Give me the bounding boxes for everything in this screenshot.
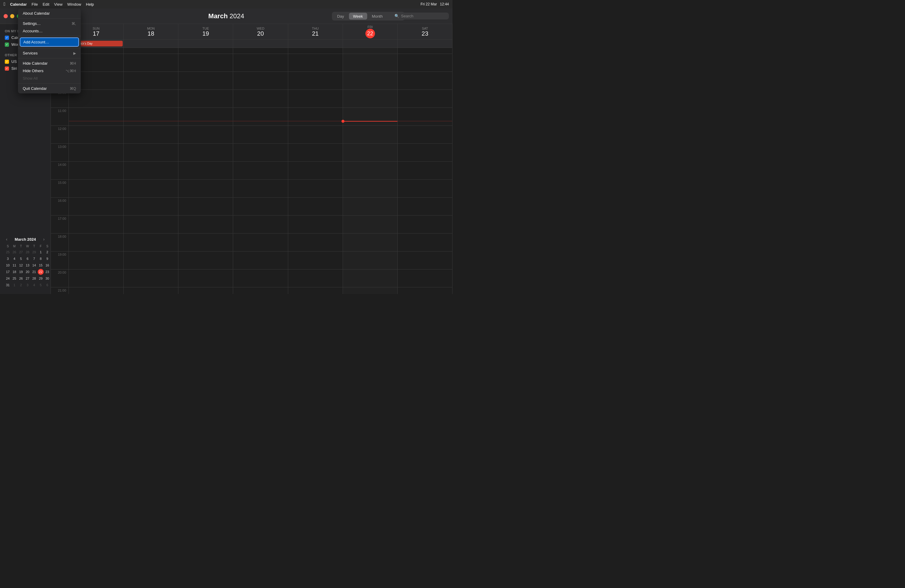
time-cell[interactable] [69, 269, 124, 288]
tab-week[interactable]: Week [349, 13, 367, 19]
time-cell[interactable] [69, 198, 124, 216]
time-cell[interactable] [69, 126, 124, 144]
time-cell[interactable] [178, 126, 233, 144]
menu-item-hide-others[interactable]: Hide Others⌥⌘H [18, 67, 81, 75]
time-cell[interactable] [398, 54, 452, 72]
tab-month[interactable]: Month [368, 13, 387, 19]
mini-cal-day[interactable]: 4 [11, 256, 17, 262]
time-cell[interactable] [178, 251, 233, 269]
time-cell[interactable] [343, 144, 398, 162]
mini-cal-day[interactable]: 29 [38, 275, 44, 281]
time-cell[interactable] [233, 251, 288, 269]
menu-item-settings-[interactable]: Settings…⌘, [18, 20, 81, 27]
time-cell[interactable] [124, 251, 178, 269]
mini-cal-day[interactable]: 3 [25, 282, 30, 288]
mini-cal-day[interactable]: 16 [44, 262, 50, 268]
time-cell[interactable] [398, 90, 452, 108]
time-cell[interactable] [69, 216, 124, 234]
mini-cal-day[interactable]: 25 [11, 275, 17, 281]
time-cell[interactable] [343, 180, 398, 198]
work-checkbox[interactable]: ✓ [5, 43, 9, 47]
time-cell[interactable] [398, 234, 452, 251]
minimize-button[interactable] [10, 14, 14, 18]
mini-cal-day[interactable]: 6 [44, 282, 50, 288]
time-cell[interactable] [398, 162, 452, 180]
time-cell[interactable] [124, 198, 178, 216]
mini-cal-day[interactable]: 15 [38, 262, 44, 268]
time-cell[interactable] [178, 180, 233, 198]
time-cell[interactable] [288, 234, 343, 251]
time-cell[interactable] [398, 251, 452, 269]
time-cell[interactable] [288, 54, 343, 72]
time-cell[interactable] [124, 144, 178, 162]
time-cell[interactable] [124, 234, 178, 251]
mini-cal-day[interactable]: 23 [44, 269, 50, 275]
time-cell[interactable] [398, 216, 452, 234]
allday-cell-fri[interactable] [343, 40, 398, 48]
time-cell[interactable] [343, 162, 398, 180]
mini-cal-day[interactable]: 26 [11, 249, 17, 255]
time-cell[interactable] [178, 216, 233, 234]
mini-cal-day[interactable]: 17 [5, 269, 11, 275]
time-cell[interactable] [343, 251, 398, 269]
time-cell[interactable] [178, 288, 233, 294]
time-cell[interactable] [69, 251, 124, 269]
time-cell[interactable] [233, 48, 288, 54]
time-cell[interactable] [233, 288, 288, 294]
time-cell[interactable] [124, 48, 178, 54]
time-cell[interactable] [178, 72, 233, 90]
time-cell[interactable] [233, 90, 288, 108]
mini-cal-day[interactable]: 14 [31, 262, 37, 268]
time-cell[interactable] [178, 162, 233, 180]
siri-checkbox[interactable]: ✓ [5, 67, 9, 71]
time-cell[interactable] [398, 72, 452, 90]
mini-cal-day[interactable]: 9 [44, 256, 50, 262]
allday-cell-sat[interactable] [398, 40, 452, 48]
time-cell[interactable] [124, 54, 178, 72]
mini-cal-day[interactable]: 26 [18, 275, 24, 281]
mini-cal-day[interactable]: 28 [31, 275, 37, 281]
time-cell[interactable] [124, 180, 178, 198]
mini-cal-day[interactable]: 31 [5, 282, 11, 288]
time-cell[interactable] [398, 108, 452, 126]
time-cell[interactable] [233, 269, 288, 288]
mini-cal-day[interactable]: 10 [5, 262, 11, 268]
mini-cal-day[interactable]: 5 [38, 282, 44, 288]
time-cell[interactable] [124, 108, 178, 126]
time-cell[interactable] [343, 48, 398, 54]
time-cell[interactable] [69, 144, 124, 162]
mini-cal-day[interactable]: 27 [25, 275, 30, 281]
time-cell[interactable] [69, 234, 124, 251]
menu-item-add-account-[interactable]: Add Account… [20, 37, 79, 47]
mini-cal-next[interactable]: › [43, 237, 44, 242]
time-cell[interactable] [233, 180, 288, 198]
time-cell[interactable] [288, 162, 343, 180]
time-cell[interactable] [343, 288, 398, 294]
time-cell[interactable] [398, 48, 452, 54]
time-cell[interactable] [178, 108, 233, 126]
time-cell[interactable] [288, 108, 343, 126]
mini-cal-day[interactable]: 29 [31, 249, 37, 255]
time-cell[interactable] [124, 269, 178, 288]
time-cell[interactable] [178, 48, 233, 54]
time-cell[interactable] [178, 54, 233, 72]
time-cell[interactable] [288, 126, 343, 144]
time-cell[interactable] [288, 90, 343, 108]
menu-item-about-calendar[interactable]: About Calendar [18, 10, 81, 17]
time-cell[interactable] [124, 72, 178, 90]
time-cell[interactable] [398, 198, 452, 216]
mini-cal-day[interactable]: 19 [18, 269, 24, 275]
time-cell[interactable] [343, 216, 398, 234]
allday-cell-mon[interactable] [124, 40, 178, 48]
time-cell[interactable] [343, 234, 398, 251]
allday-cell-thu[interactable] [288, 40, 343, 48]
mini-cal-day[interactable]: 1 [11, 282, 17, 288]
time-cell[interactable] [69, 180, 124, 198]
time-cell[interactable] [343, 126, 398, 144]
allday-cell-tue[interactable] [178, 40, 233, 48]
time-cell[interactable] [288, 48, 343, 54]
menubar-window[interactable]: Window [67, 2, 81, 6]
mini-cal-day[interactable]: 20 [25, 269, 30, 275]
time-cell[interactable] [69, 162, 124, 180]
mini-cal-day[interactable]: 25 [5, 249, 11, 255]
